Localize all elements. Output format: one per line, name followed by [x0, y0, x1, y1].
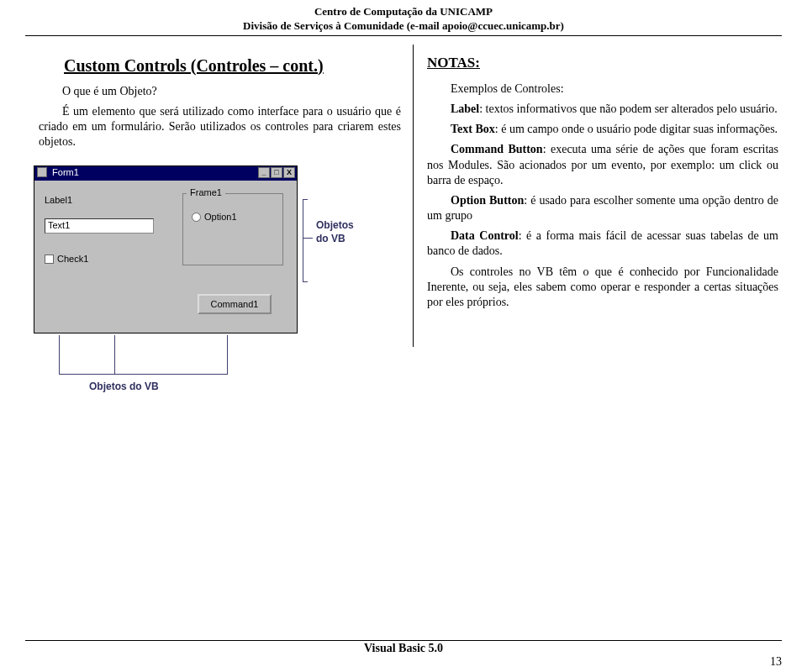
vb-command-button[interactable]: Command1: [198, 294, 272, 314]
annotation-objetos-bottom: Objetos do VB: [89, 381, 159, 392]
right-column: NOTAS: Exemplos de Controles: Label: tex…: [413, 45, 778, 347]
footer-rule: [25, 640, 782, 641]
brace-line: [303, 199, 303, 281]
footer-text: Visual Basic 5.0: [0, 642, 807, 655]
page-footer: Visual Basic 5.0: [0, 640, 807, 655]
body-text: É um elemento que será utilizado como in…: [39, 104, 401, 150]
radio-icon: [192, 213, 201, 222]
vb-frame-control: Frame1 Option1: [182, 193, 283, 265]
brace-bottom: [303, 281, 308, 282]
note-label: Label: textos informativos que não podem…: [427, 102, 778, 117]
left-column: Custom Controls (Controles – cont.) O qu…: [39, 45, 413, 347]
vb-checkbox-control[interactable]: Check1: [45, 254, 88, 265]
content-columns: Custom Controls (Controles – cont.) O qu…: [0, 36, 807, 347]
vb-form-window: Form1 _ □ X Label1 Text1 Frame1 Option1: [34, 165, 298, 333]
checkbox-icon: [45, 255, 54, 264]
note-commandbutton: Command Button: executa uma série de açõ…: [427, 142, 778, 188]
annotation-objetos-right-line2: do VB: [316, 233, 345, 244]
note-label-text: : textos informativos que não podem ser …: [479, 102, 778, 115]
brace-top: [303, 199, 308, 200]
question-text: O que é um Objeto?: [39, 84, 401, 99]
vb-option-control[interactable]: Option1: [192, 212, 237, 223]
note-data-term: Data Control: [451, 229, 519, 242]
brace-mid: [303, 238, 313, 239]
close-button[interactable]: X: [283, 167, 295, 178]
notas-heading: NOTAS:: [427, 55, 778, 71]
annotation-objetos-right-line1: Objetos: [316, 219, 354, 231]
vb-frame-label: Frame1: [187, 187, 224, 197]
maximize-button[interactable]: □: [271, 167, 282, 178]
notas-intro: Exemplos de Controles:: [427, 81, 778, 97]
note-datacontrol: Data Control: é a forma mais fácil de ac…: [427, 228, 778, 259]
note-opt-term: Option Button: [451, 194, 524, 207]
vb-textbox-control[interactable]: Text1: [45, 218, 154, 234]
header-line2: Divisão de Serviços à Comunidade (e-mail…: [0, 19, 807, 34]
section-title: Custom Controls (Controles – cont.): [64, 56, 401, 76]
page-header: Centro de Computação da UNICAMP Divisão …: [0, 0, 807, 34]
note-cmd-term: Command Button: [451, 143, 543, 155]
note-textbox-text: : é um campo onde o usuário pode digitar…: [495, 123, 778, 135]
note-textbox-term: Text Box: [451, 123, 495, 135]
note-optionbutton: Option Button: é usado para escolher som…: [427, 193, 778, 223]
vb-form-screenshot: Form1 _ □ X Label1 Text1 Frame1 Option1: [34, 165, 381, 347]
note-label-term: Label: [451, 102, 479, 115]
page-number: 13: [770, 655, 782, 669]
note-final: Os controles no VB têm o que é conhecido…: [427, 265, 778, 311]
vb-label-control: Label1: [45, 195, 72, 205]
window-title: Form1: [52, 167, 79, 177]
note-textbox: Text Box: é um campo onde o usuário pode…: [427, 122, 778, 137]
window-icon: [37, 167, 47, 177]
vb-titlebar: Form1 _ □ X: [34, 166, 297, 181]
window-controls: _ □ X: [258, 167, 295, 178]
minimize-button[interactable]: _: [258, 167, 270, 178]
header-line1: Centro de Computação da UNICAMP: [0, 5, 807, 19]
